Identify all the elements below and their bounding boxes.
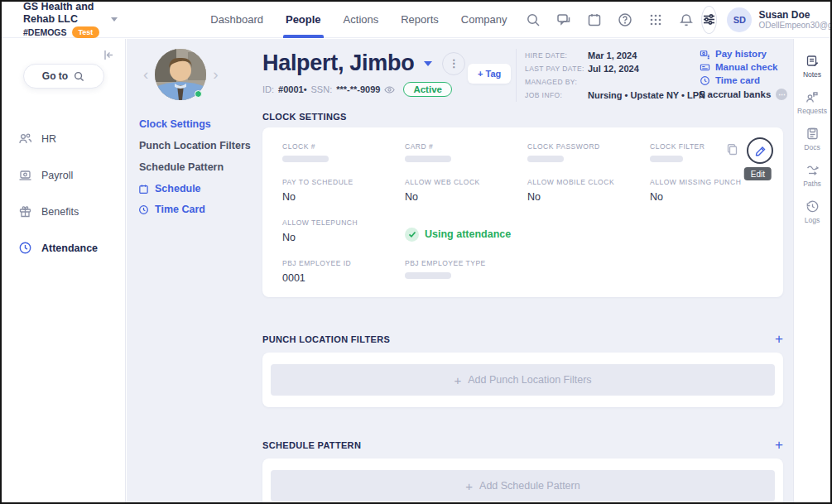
company-name: GS Health and Rehab LLC [23, 1, 99, 25]
field-value: No [650, 191, 763, 203]
logs-history-icon [806, 199, 820, 214]
quick-link-label: Pay history [715, 49, 767, 59]
goto-search-button[interactable]: Go to [23, 64, 104, 89]
accrual-banks: 5 accrual banks ⋯ [700, 87, 787, 102]
nav-company[interactable]: Company [461, 2, 507, 38]
clock-icon [138, 204, 149, 215]
reveal-ssn-eye-icon[interactable] [384, 84, 395, 95]
quick-link-label: Manual check [715, 62, 777, 72]
field-allow-mobile-clock: ALLOW MOBILE CLOCK No [527, 178, 650, 203]
field-label: ALLOW TELEPUNCH [282, 218, 405, 227]
clock-settings-card: Edit CLOCK # CARD # CLOCK PASSWORD [262, 127, 783, 297]
employee-actions-kebab-button[interactable]: ⋮ [442, 52, 465, 75]
field-label: PBJ EMPLOYEE TYPE [405, 259, 527, 267]
quick-link-label: Time card [715, 75, 760, 85]
field-label: ALLOW WEB CLOCK [405, 178, 527, 186]
subnav-punch-location-filters[interactable]: Punch Location Filters [138, 137, 254, 155]
employee-header: Halpert, Jimbo ⋮ ID: #0001• SSN: ***-**-… [262, 50, 465, 97]
messages-icon[interactable] [555, 12, 572, 28]
employee-name: Halpert, Jimbo [262, 50, 414, 76]
right-rail: Notes Requests Docs Paths Logs [793, 39, 830, 502]
collapse-sidebar-icon[interactable] [103, 49, 115, 61]
company-caret-icon[interactable] [111, 17, 118, 22]
rail-item-logs[interactable]: Logs [805, 199, 820, 224]
gift-icon [18, 204, 32, 218]
apps-grid-icon[interactable] [647, 12, 664, 28]
preferences-sliders-button[interactable] [701, 6, 717, 34]
goto-label: Go to [42, 70, 68, 82]
detail-label: HIRE DATE: [525, 51, 588, 60]
detail-value: Mar 1, 2024 [588, 50, 637, 60]
sidebar-item-label: Payroll [41, 170, 73, 181]
schedule-link-label: Schedule [155, 183, 201, 194]
add-schedule-pattern-button[interactable]: + Add Schedule Pattern [271, 470, 775, 502]
masked-value-bar [405, 156, 451, 162]
ssn-label: SSN: [311, 84, 333, 94]
rail-item-requests[interactable]: Requests [797, 90, 827, 115]
top-bar: GS Health and Rehab LLC #DEMOGS Test Das… [2, 2, 830, 38]
subnav-schedule-pattern[interactable]: Schedule Pattern [138, 158, 254, 176]
rail-item-notes[interactable]: Notes [803, 54, 821, 79]
next-employee-icon[interactable]: › [213, 65, 218, 84]
schedule-link[interactable]: Schedule [138, 180, 254, 198]
clock-icon [18, 241, 32, 255]
nav-people[interactable]: People [286, 2, 321, 38]
detail-value: Jul 12, 2024 [588, 64, 639, 74]
add-punch-location-filters-button[interactable]: + Add Punch Location Filters [271, 364, 775, 396]
manual-check-link[interactable]: Manual check [700, 60, 787, 74]
using-attendance-badge: Using attendance [405, 225, 527, 243]
field-label: CARD # [405, 142, 527, 151]
field-clock-password: CLOCK PASSWORD [527, 142, 650, 162]
sidebar-item-attendance[interactable]: Attendance [2, 233, 125, 263]
nav-dashboard[interactable]: Dashboard [210, 2, 263, 38]
time-card-link[interactable]: Time card [700, 74, 787, 87]
nav-actions[interactable]: Actions [344, 2, 379, 38]
pay-history-link[interactable]: Pay history [700, 47, 787, 60]
company-switcher[interactable]: GS Health and Rehab LLC #DEMOGS Test [23, 1, 99, 37]
manual-check-icon [700, 62, 710, 73]
nav-reports[interactable]: Reports [401, 2, 439, 38]
rail-item-paths[interactable]: Paths [803, 163, 821, 188]
field-label: CLOCK PASSWORD [527, 142, 650, 151]
masked-value-bar [405, 272, 451, 279]
add-schedule-pattern-plus-icon[interactable]: + [775, 438, 783, 452]
search-icon[interactable] [525, 12, 541, 28]
sidebar-item-payroll[interactable]: Payroll [2, 160, 125, 190]
status-badge: Active [403, 82, 452, 97]
employee-ssn: ***-**-9099 [336, 84, 380, 94]
punch-location-filters-card: + Add Punch Location Filters [262, 353, 783, 407]
masked-value-bar [282, 156, 329, 162]
copy-icon[interactable] [726, 143, 738, 156]
employee-photo-nav: ‹ › [143, 49, 219, 100]
using-attendance-label: Using attendance [425, 228, 511, 240]
clock-settings-title: CLOCK SETTINGS [262, 112, 347, 122]
search-icon [74, 71, 84, 82]
user-menu[interactable]: SD Susan Doe ODellEmpeon30@gmail.co [727, 7, 832, 32]
time-card-subnav-link[interactable]: Time Card [138, 200, 254, 218]
sidebar-item-label: HR [41, 133, 56, 145]
rail-item-docs[interactable]: Docs [804, 127, 820, 151]
sidebar-item-hr[interactable]: HR [2, 123, 125, 154]
add-punch-location-filter-plus-icon[interactable]: + [775, 332, 783, 346]
previous-employee-icon[interactable]: ‹ [143, 65, 148, 84]
masked-value-bar [527, 156, 564, 162]
sections: CLOCK SETTINGS Edit CLOCK [262, 112, 783, 504]
subnav-clock-settings[interactable]: Clock Settings [138, 115, 254, 133]
rail-item-label: Paths [803, 180, 821, 188]
sidebar-item-label: Attendance [41, 242, 98, 254]
field-pbj-employee-type: PBJ EMPLOYEE TYPE [405, 259, 527, 284]
name-dropdown-caret-icon[interactable] [424, 61, 432, 66]
calendar-icon[interactable] [586, 12, 603, 28]
edit-button[interactable] [747, 137, 773, 164]
add-tag-button[interactable]: + Tag [468, 64, 511, 84]
online-status-dot [195, 90, 202, 98]
accrual-banks-more-icon[interactable]: ⋯ [776, 89, 787, 100]
sidebar-item-benefits[interactable]: Benefits [2, 196, 125, 227]
company-code: #DEMOGS [23, 27, 67, 37]
check-icon [405, 228, 419, 242]
user-email: ODellEmpeon30@gmail.co [758, 21, 832, 30]
field-pay-to-schedule: PAY TO SCHEDULE No [282, 178, 405, 203]
notifications-bell-icon[interactable] [678, 12, 695, 28]
field-label: CLOCK # [282, 142, 405, 151]
help-icon[interactable] [617, 12, 633, 28]
